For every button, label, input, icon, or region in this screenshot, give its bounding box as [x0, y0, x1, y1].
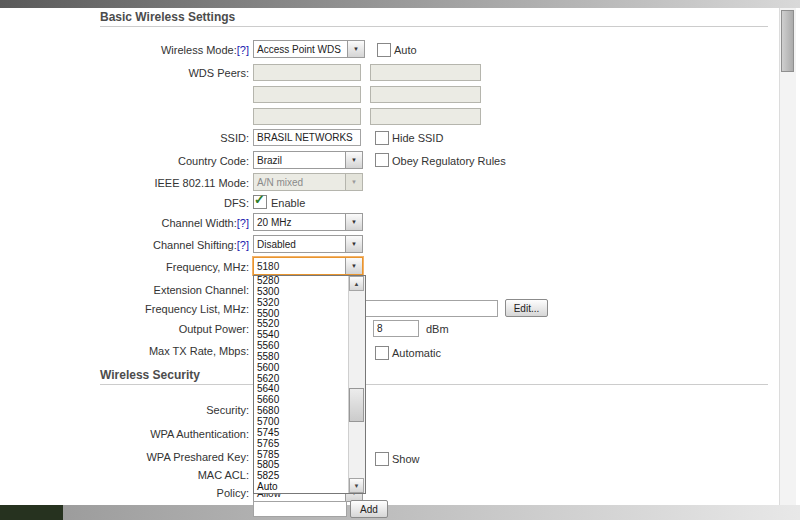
scroll-down-icon[interactable]: ▼	[349, 478, 364, 493]
ieee-mode-label: IEEE 802.11 Mode:	[0, 177, 249, 189]
frequency-option[interactable]: 5765	[254, 439, 348, 450]
channel-width-select[interactable]: 20 MHz ▼	[253, 213, 363, 231]
frequency-list-edit-button[interactable]: Edit...	[505, 299, 548, 317]
country-code-select[interactable]: Brazil ▼	[253, 151, 363, 169]
country-code-label: Country Code:	[0, 155, 249, 167]
frequency-select[interactable]: 5180 ▼	[253, 257, 363, 275]
security-label: Security:	[0, 404, 249, 416]
page-scrollbar-thumb[interactable]	[781, 10, 794, 72]
wds-peer-input-4[interactable]	[370, 86, 481, 103]
wireless-mode-select[interactable]: Access Point WDS ▼	[253, 40, 365, 58]
basic-wireless-settings-page: Basic Wireless Settings Wireless Mode:[?…	[0, 0, 800, 520]
auto-checkbox-label: Auto	[394, 44, 417, 56]
extension-channel-label: Extension Channel:	[0, 284, 249, 296]
chevron-down-icon[interactable]: ▼	[345, 236, 362, 252]
policy-label: Policy:	[0, 487, 249, 499]
chevron-down-icon[interactable]: ▼	[345, 214, 362, 230]
output-power-unit: dBm	[426, 323, 449, 335]
wds-peer-input-6[interactable]	[370, 108, 481, 125]
section-divider	[100, 384, 768, 385]
mac-acl-add-button[interactable]: Add	[350, 500, 388, 518]
dropdown-scrollbar-thumb[interactable]	[349, 388, 364, 422]
top-gradient-bar	[0, 0, 800, 8]
chevron-down-icon[interactable]: ▼	[345, 258, 362, 274]
output-power-input[interactable]	[373, 320, 419, 337]
frequency-label: Frequency, MHz:	[0, 261, 249, 273]
wpa-authentication-label: WPA Authentication:	[0, 428, 249, 440]
section-title-security: Wireless Security	[100, 368, 200, 382]
ssid-input[interactable]	[253, 129, 361, 146]
channel-width-help-link[interactable]: [?]	[237, 217, 249, 229]
page-scrollbar[interactable]	[779, 8, 796, 505]
max-tx-rate-automatic-checkbox[interactable]	[375, 346, 389, 360]
wds-peer-input-5[interactable]	[253, 108, 361, 125]
scroll-up-icon[interactable]: ▲	[349, 276, 364, 291]
frequency-options: 5280530053205500552055405560558056005620…	[254, 276, 348, 493]
wds-peer-input-1[interactable]	[253, 64, 361, 81]
wireless-mode-label: Wireless Mode:[?]	[0, 44, 249, 56]
wds-peer-input-3[interactable]	[253, 86, 361, 103]
frequency-dropdown-list: 5280530053205500552055405560558056005620…	[253, 275, 366, 494]
ieee-mode-select: A/N mixed ▼	[253, 173, 363, 191]
max-tx-rate-automatic-label: Automatic	[392, 347, 441, 359]
hide-ssid-checkbox-label: Hide SSID	[392, 132, 443, 144]
mac-acl-label: MAC ACL:	[0, 469, 249, 481]
dfs-enable-checkbox[interactable]	[253, 195, 267, 209]
wpa-preshared-key-label: WPA Preshared Key:	[0, 451, 249, 463]
obey-regulatory-checkbox-label: Obey Regulatory Rules	[392, 155, 506, 167]
footer-logo-block	[0, 505, 63, 520]
dfs-enable-checkbox-label: Enable	[271, 197, 305, 209]
dropdown-scrollbar[interactable]: ▲ ▼	[348, 276, 365, 493]
dfs-label: DFS:	[0, 197, 249, 209]
chevron-down-icon[interactable]: ▼	[347, 41, 364, 57]
mac-acl-address-input[interactable]	[253, 501, 347, 517]
wireless-mode-help-link[interactable]: [?]	[237, 44, 249, 56]
chevron-down-icon[interactable]: ▼	[345, 152, 362, 168]
obey-regulatory-checkbox[interactable]	[375, 153, 389, 167]
hide-ssid-checkbox[interactable]	[375, 131, 389, 145]
wds-peers-label: WDS Peers:	[0, 67, 249, 79]
frequency-option[interactable]: 5600	[254, 363, 348, 374]
bottom-gradient-bar	[0, 505, 800, 520]
auto-checkbox[interactable]	[377, 43, 391, 57]
frequency-option[interactable]: Auto	[254, 482, 348, 493]
chevron-down-icon: ▼	[345, 174, 362, 190]
ssid-label: SSID:	[0, 132, 249, 144]
wpa-show-checkbox[interactable]	[375, 452, 389, 466]
max-tx-rate-label: Max TX Rate, Mbps:	[0, 345, 249, 357]
output-power-label: Output Power:	[0, 323, 249, 335]
section-divider	[100, 26, 768, 27]
channel-shifting-help-link[interactable]: [?]	[237, 239, 249, 251]
section-title-basic: Basic Wireless Settings	[100, 10, 235, 24]
channel-width-label: Channel Width:[?]	[0, 217, 249, 229]
frequency-option[interactable]: 5320	[254, 298, 348, 309]
wpa-show-checkbox-label: Show	[392, 453, 420, 465]
channel-shifting-label: Channel Shifting:[?]	[0, 239, 249, 251]
channel-shifting-select[interactable]: Disabled ▼	[253, 235, 363, 253]
wds-peer-input-2[interactable]	[370, 64, 481, 81]
frequency-list-label: Frequency List, MHz:	[0, 303, 249, 315]
